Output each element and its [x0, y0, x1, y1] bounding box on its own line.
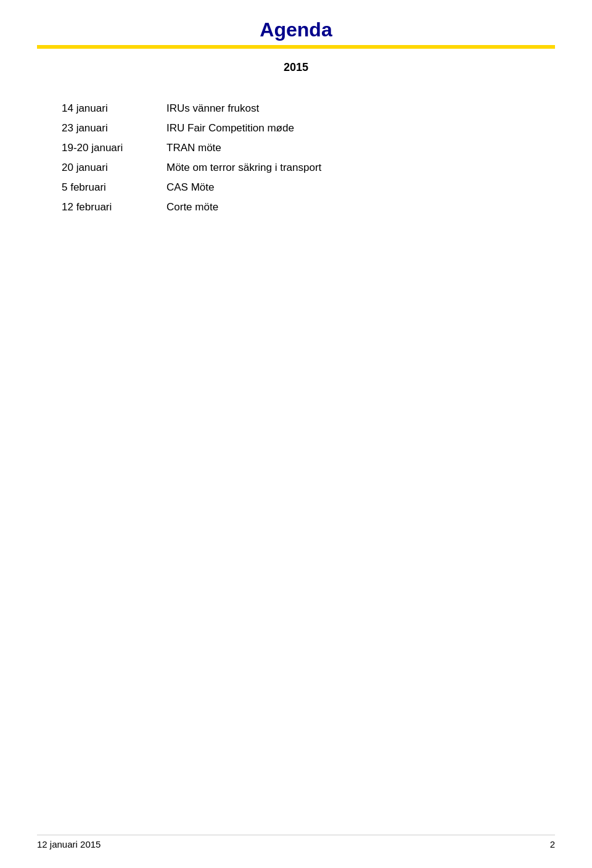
- agenda-event: Möte om terror säkring i transport: [160, 158, 555, 178]
- agenda-event: IRU Fair Competition møde: [160, 118, 555, 138]
- agenda-event: TRAN möte: [160, 138, 555, 158]
- agenda-row: 19-20 januariTRAN möte: [37, 138, 555, 158]
- agenda-date: 14 januari: [37, 99, 160, 118]
- agenda-row: 14 januariIRUs vänner frukost: [37, 99, 555, 118]
- footer-page: 2: [550, 839, 555, 849]
- agenda-date: 12 februari: [37, 197, 160, 217]
- header-section: Agenda 2015: [37, 19, 555, 74]
- page-title: Agenda: [37, 19, 555, 41]
- year-label: 2015: [37, 61, 555, 74]
- yellow-bar: [37, 45, 555, 49]
- footer-date: 12 januari 2015: [37, 839, 101, 849]
- agenda-date: 19-20 januari: [37, 138, 160, 158]
- agenda-row: 20 januariMöte om terror säkring i trans…: [37, 158, 555, 178]
- footer: 12 januari 2015 2: [37, 835, 555, 849]
- agenda-row: 5 februariCAS Möte: [37, 178, 555, 197]
- agenda-date: 20 januari: [37, 158, 160, 178]
- agenda-event: IRUs vänner frukost: [160, 99, 555, 118]
- agenda-event: CAS Möte: [160, 178, 555, 197]
- agenda-date: 23 januari: [37, 118, 160, 138]
- page-container: Agenda 2015 14 januariIRUs vänner frukos…: [0, 0, 592, 868]
- agenda-event: Corte möte: [160, 197, 555, 217]
- agenda-row: 23 januariIRU Fair Competition møde: [37, 118, 555, 138]
- agenda-table: 14 januariIRUs vänner frukost23 januariI…: [37, 99, 555, 217]
- agenda-row: 12 februariCorte möte: [37, 197, 555, 217]
- agenda-date: 5 februari: [37, 178, 160, 197]
